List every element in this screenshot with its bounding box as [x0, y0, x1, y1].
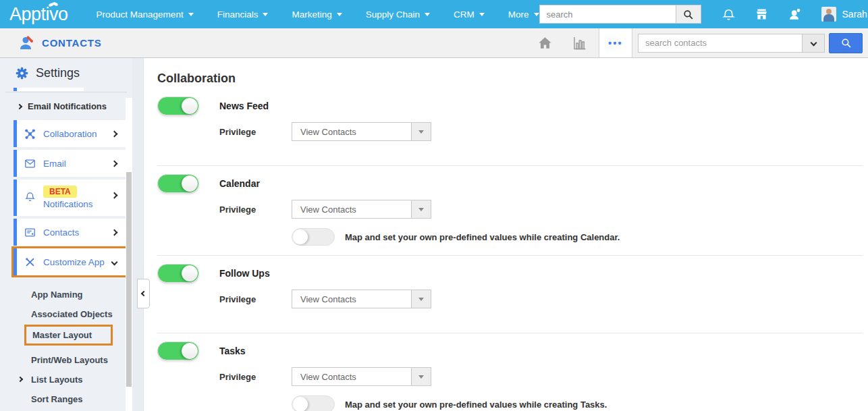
sidebar-subitem-print-web-layouts[interactable]: Print/Web Layouts: [0, 350, 132, 370]
follow-ups-privilege-select[interactable]: View Contacts: [292, 290, 431, 308]
sidebar-item-email-notifications[interactable]: Email Notifications: [0, 92, 132, 120]
settings-header: Settings: [0, 58, 132, 88]
search-options-dropdown[interactable]: [803, 34, 825, 53]
contacts-card-icon: [24, 227, 36, 238]
sidebar-subitem-master-layout[interactable]: Master Layout: [0, 324, 132, 350]
contacts-search-button[interactable]: [829, 33, 863, 53]
chevron-down-icon: [810, 40, 817, 47]
chevron-right-icon: [111, 229, 118, 236]
reports-button[interactable]: [571, 35, 588, 51]
chevron-right-icon: [111, 160, 118, 167]
page-title: Collaboration: [157, 72, 863, 86]
section-name: Follow Ups: [219, 268, 270, 279]
sidebar-gutter: [132, 58, 144, 411]
settings-title: Settings: [36, 66, 80, 80]
news-feed-toggle[interactable]: [157, 97, 199, 115]
tasks-privilege-select[interactable]: View Contacts: [292, 367, 431, 386]
sidebar-subitem-app-naming[interactable]: App Naming: [0, 285, 132, 304]
chevron-right-icon: [17, 103, 22, 109]
chevron-right-icon: [18, 377, 23, 382]
section-name: Calendar: [219, 178, 260, 189]
caret-down-icon: [188, 13, 194, 16]
global-search-button[interactable]: [676, 5, 701, 24]
caret-down-icon: [425, 13, 430, 16]
tasks-toggle[interactable]: [157, 341, 199, 360]
menu-supply-chain[interactable]: Supply Chain: [366, 9, 430, 20]
sidebar-item-contacts[interactable]: Contacts: [13, 219, 126, 246]
referrals-button[interactable]: [788, 7, 803, 22]
sidebar-scrollbar-thumb[interactable]: [126, 172, 132, 387]
app-name: CONTACTS: [42, 37, 102, 49]
sidebar-item-notifications[interactable]: BETA Notifications: [13, 180, 126, 216]
tasks-map-values-toggle[interactable]: [292, 395, 335, 411]
menu-product-management[interactable]: Product Management: [97, 9, 194, 20]
contacts-app-icon: [18, 34, 35, 52]
chevron-right-icon: [111, 130, 118, 137]
search-icon: [682, 9, 694, 20]
sidebar-scrollbar-track[interactable]: [126, 98, 132, 411]
caret-down-icon: [337, 13, 342, 16]
notifications-bell-icon: [24, 191, 36, 202]
notifications-bell-button[interactable]: [722, 7, 736, 22]
calendar-privilege-select[interactable]: View Contacts: [292, 200, 431, 219]
menu-crm[interactable]: CRM: [454, 9, 485, 20]
app-store-button[interactable]: [754, 7, 769, 22]
settings-sidebar: Settings Email Notifications Collaborati…: [0, 58, 132, 411]
main-panel: Collaboration News Feed Privilege View C…: [144, 58, 868, 411]
sidebar-subitem-associated-objects[interactable]: Associated Objects: [0, 304, 132, 324]
contacts-search-input[interactable]: [638, 34, 803, 53]
privilege-label: Privilege: [219, 372, 292, 382]
gear-icon: [15, 66, 29, 80]
caret-down-icon: [534, 13, 539, 16]
dropdown-arrow-icon: [411, 290, 431, 308]
bell-icon: [722, 7, 736, 22]
section-follow-ups: Follow Ups Privilege View Contacts: [157, 255, 863, 333]
home-button[interactable]: [537, 35, 553, 51]
email-icon: [24, 158, 36, 169]
content-area: Settings Email Notifications Collaborati…: [0, 58, 868, 411]
collapse-left-icon: [140, 291, 146, 296]
search-icon: [840, 37, 852, 49]
scrolled-item-sliver: [13, 88, 84, 91]
dropdown-arrow-icon: [411, 200, 431, 218]
section-name: Tasks: [219, 346, 246, 356]
contacts-search: [638, 33, 863, 53]
calendar-map-values-toggle[interactable]: [292, 228, 335, 246]
user-name: Sarah Castro: [842, 9, 868, 20]
news-feed-privilege-select[interactable]: View Contacts: [292, 122, 431, 141]
sidebar-subitem-sort-ranges[interactable]: Sort Ranges: [0, 389, 132, 409]
leaf-icon: [48, 1, 59, 7]
collaboration-icon: [24, 128, 36, 140]
menu-marketing[interactable]: Marketing: [292, 9, 342, 20]
follow-ups-toggle[interactable]: [157, 264, 199, 283]
overflow-dots-icon: •••: [608, 37, 623, 49]
dropdown-arrow-icon: [411, 368, 431, 385]
menu-financials[interactable]: Financials: [217, 9, 269, 20]
calendar-toggle[interactable]: [157, 174, 199, 193]
chevron-down-icon: [111, 258, 118, 265]
privilege-label: Privilege: [219, 127, 292, 137]
caret-down-icon: [479, 13, 485, 16]
sidebar-item-email[interactable]: Email: [13, 150, 126, 177]
global-search-input[interactable]: [539, 5, 676, 24]
sidebar-subitem-list-layouts[interactable]: List Layouts: [0, 370, 132, 389]
people-icon: [788, 7, 803, 22]
sidebar-collapse-button[interactable]: [137, 279, 150, 308]
appbar-actions: •••: [537, 28, 868, 57]
section-tasks: Tasks Privilege View Contacts Map and se…: [157, 333, 863, 411]
app-title[interactable]: CONTACTS: [18, 34, 102, 52]
bar-chart-icon: [571, 35, 588, 51]
apptivo-logo[interactable]: Apptivo: [9, 4, 68, 25]
sidebar-item-collaboration[interactable]: Collaboration: [13, 120, 126, 147]
top-navbar: Apptivo Product Management Financials Ma…: [0, 0, 868, 28]
menu-more[interactable]: More: [508, 9, 539, 20]
logo-text: Apptivo: [9, 4, 68, 24]
more-actions-button[interactable]: •••: [599, 28, 632, 57]
user-menu[interactable]: Sarah Castro: [821, 7, 868, 22]
section-news-feed: News Feed Privilege View Contacts: [157, 97, 863, 165]
map-values-label: Map and set your own pre-defined values …: [345, 232, 620, 242]
sidebar-item-customize-app[interactable]: Customize App: [13, 248, 126, 275]
main-menu: Product Management Financials Marketing …: [97, 9, 539, 20]
app-bar: CONTACTS •••: [0, 28, 868, 58]
home-icon: [537, 35, 553, 51]
